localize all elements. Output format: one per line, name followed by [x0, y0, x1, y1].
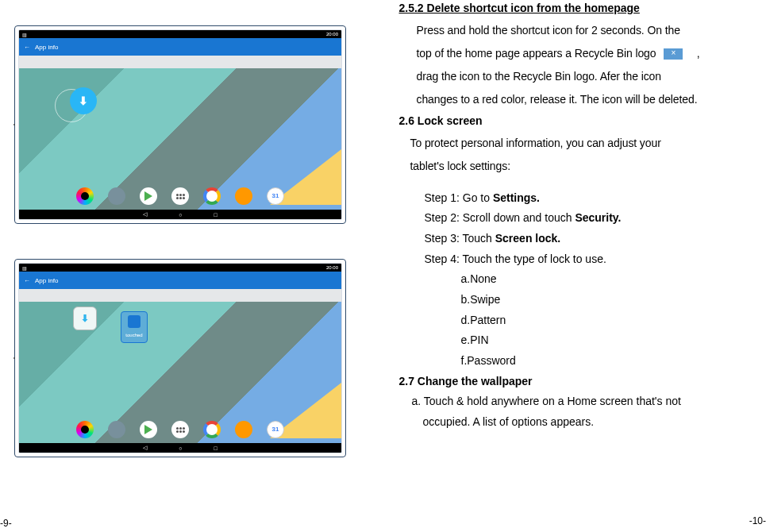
step-1: Step 1: Go to Settings.	[425, 190, 762, 207]
page-right: 2.5.2 Delete shortcut icon from the home…	[383, 0, 767, 532]
text: To protect personal information, you can…	[410, 133, 762, 153]
download-app-icon: ⬇	[70, 87, 97, 114]
text: a. Touch & hold anywhere on a Home scree…	[399, 393, 762, 411]
dock: 31	[19, 183, 341, 210]
app-info-title: App info	[35, 44, 58, 51]
dock: 31	[19, 416, 341, 443]
text: Press and hold the shortcut icon for 2 s…	[417, 21, 762, 40]
calendar-icon: 31	[267, 187, 284, 205]
tablet-screenshot-2: ▥ 20:00 ← App info ⬇ touched 31	[14, 259, 346, 457]
back-arrow-icon: ←	[24, 277, 30, 284]
nav-bar: ◁ ○ □	[19, 210, 341, 219]
lock-option-password: f.Password	[461, 353, 762, 370]
page-number-left: -9-	[0, 518, 12, 529]
lock-option-swipe: b.Swipe	[461, 291, 762, 309]
text: tablet's lock settings:	[410, 156, 762, 176]
heading-2-6: 2.6 Lock screen	[399, 113, 762, 130]
nav-recent-icon: □	[214, 212, 217, 218]
dragged-icon: ⬇	[73, 306, 97, 330]
status-time: 20:00	[326, 265, 338, 270]
text: changes to a red color, release it. The …	[417, 90, 762, 110]
status-left-icon: ▥	[22, 32, 27, 37]
nav-recent-icon: □	[214, 445, 217, 451]
page-left: ▥ 20:00 ← App info ⬇ 31	[0, 0, 383, 532]
play-store-icon	[140, 187, 157, 205]
app-info-bar: ← App info	[19, 272, 341, 289]
play-store-icon	[140, 421, 157, 438]
text: occupied. A list of options appears.	[399, 414, 762, 431]
heading-2-7: 2.7 Change the wallpaper	[399, 373, 762, 391]
files-app-icon	[108, 421, 125, 438]
chrome-icon	[203, 187, 221, 205]
drop-target: touched	[121, 311, 148, 343]
app-drawer-icon	[171, 421, 189, 438]
heading-2-5-2: 2.5.2 Delete shortcut icon from the home…	[399, 0, 762, 17]
chrome-icon	[203, 421, 221, 438]
files-app-icon	[108, 187, 125, 205]
back-arrow-icon: ←	[24, 44, 30, 51]
calendar-icon: 31	[267, 421, 284, 438]
step-3: Step 3: Touch Screen lock.	[425, 230, 762, 248]
text: top of the home page appears a Recycle B…	[417, 44, 762, 64]
headphones-icon	[235, 421, 252, 438]
app-drawer-icon	[171, 187, 189, 205]
status-time: 20:00	[326, 32, 338, 37]
nav-home-icon: ○	[179, 212, 182, 218]
text: drag the icon to the Recycle Bin logo. A…	[417, 67, 762, 87]
app-info-title: App info	[35, 277, 58, 284]
status-bar: ▥ 20:00	[19, 264, 341, 272]
nav-back-icon: ◁	[143, 211, 147, 218]
media-app-icon	[76, 187, 94, 205]
lock-option-pin: e.PIN	[461, 332, 762, 349]
lock-option-pattern: d.Pattern	[461, 312, 762, 330]
text-fragment: ,	[697, 47, 700, 60]
nav-back-icon: ◁	[143, 445, 147, 451]
nav-bar: ◁ ○ □	[19, 443, 341, 453]
nav-home-icon: ○	[179, 445, 182, 451]
media-app-icon	[76, 421, 94, 438]
recycle-bin-chip-icon	[664, 48, 683, 60]
lock-option-none: a.None	[461, 271, 762, 288]
step-2: Step 2: Scroll down and touch Security.	[425, 210, 762, 227]
headphones-icon	[235, 187, 252, 205]
status-left-icon: ▥	[22, 265, 27, 271]
tablet-screenshot-1: ▥ 20:00 ← App info ⬇ 31	[14, 25, 346, 224]
text-fragment: top of the home page appears a Recycle B…	[417, 47, 656, 60]
page-number-right: -10-	[749, 514, 766, 529]
app-info-bar: ← App info	[19, 38, 341, 56]
step-4: Step 4: Touch the type of lock to use.	[425, 251, 762, 268]
status-bar: ▥ 20:00	[19, 30, 341, 38]
